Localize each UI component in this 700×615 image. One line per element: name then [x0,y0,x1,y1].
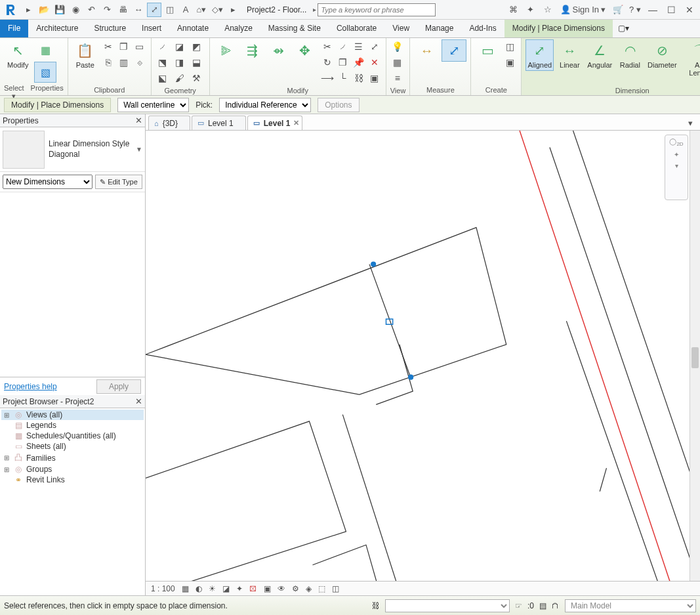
demolish-icon[interactable]: ⚒ [190,71,204,85]
tree-item-schedules[interactable]: ▦Schedules/Quantities (all) [1,431,144,441]
tab-architecture[interactable]: Architecture [28,20,86,37]
edit-type-button[interactable]: ✎Edit Type [95,175,142,189]
diameter-dimension-button[interactable]: ⊘Diameter [646,39,678,71]
analytical-icon[interactable]: ◫ [331,584,340,593]
copy-icon[interactable]: ❐ [117,39,131,54]
tab-file[interactable]: File [0,20,28,37]
type-selector[interactable]: Linear Dimension StyleDiagonal ▼ [0,127,145,172]
apply-button[interactable]: Apply [96,379,141,394]
mirror-button[interactable]: ⇴ [266,39,291,62]
array-icon[interactable]: ☰ [352,39,366,54]
detail-level-icon[interactable]: ▦ [180,584,190,593]
rendering-icon[interactable]: ✦ [235,584,244,593]
qat-redo-icon[interactable]: ↷ [100,3,114,17]
viewcube-2d-icon[interactable]: ◯2D [669,138,683,147]
scale-icon[interactable]: ⤢ [367,39,382,54]
tab-massing[interactable]: Massing & Site [260,20,329,37]
favorites-icon[interactable]: ☆ [541,3,555,17]
copy-clipboard-icon[interactable]: ▥ [117,55,131,70]
search-input[interactable] [318,3,436,16]
keyboard-shortcuts-icon[interactable]: ⌘ [506,3,521,17]
crop-view-icon[interactable]: ⛝ [248,584,258,593]
view-tab-level1-b[interactable]: ▭Level 1✕ [247,116,303,130]
radial-dimension-button[interactable]: ◠Radial [617,39,643,71]
placement-combo[interactable]: Wall centerline [117,98,189,112]
override-icon[interactable]: ▦ [390,55,405,70]
qat-open-file-icon[interactable]: 📂 [37,3,51,17]
expand-icon[interactable]: ⊞ [3,466,10,473]
create-similar-button[interactable]: ▭ [475,39,500,62]
browser-close-icon[interactable]: ✕ [135,396,142,406]
properties-help-link[interactable]: Properties help [4,382,57,391]
qat-home-icon[interactable]: ⌂▾ [194,3,209,17]
workset-icon[interactable]: ⛫ [552,601,560,610]
tab-modify-place-dimensions[interactable]: Modify | Place Dimensions [504,20,613,37]
paint-icon[interactable]: 🖌 [173,71,187,85]
scrollbar-thumb[interactable] [691,347,699,368]
uncut-icon[interactable]: ◨ [173,55,187,70]
tab-annotate[interactable]: Annotate [169,20,216,37]
qat-recent-icon[interactable]: ▸ [226,3,240,17]
qat-text-icon[interactable]: A [178,3,193,17]
arc-length-dimension-button[interactable]: ⌒Arc Length [681,39,700,79]
uncope-icon[interactable]: ⬔ [155,55,170,70]
copy-mod-icon[interactable]: ❐ [336,55,350,70]
properties-button[interactable]: ▧ [34,62,56,83]
tab-insert[interactable]: Insert [134,20,169,37]
tab-close-icon[interactable]: ✕ [293,119,299,127]
join-icon[interactable]: ◩ [190,39,204,54]
canvas-scrollbar-v[interactable] [690,131,700,581]
cope-icon[interactable]: ⟋ [155,39,170,54]
tree-item-groups[interactable]: ⊞◎Groups [1,464,144,475]
pick-combo[interactable]: Individual Reference [219,98,311,112]
dimension-reference-point[interactable] [371,262,376,267]
shadows-icon[interactable]: ◪ [221,584,231,593]
tab-manage[interactable]: Manage [417,20,461,37]
expand-icon[interactable]: ⊞ [3,454,10,461]
viewcube-dropdown-icon[interactable]: ▾ [675,162,678,169]
scale-control[interactable]: 1 : 100 [150,584,176,593]
group-icon[interactable]: ▣ [367,71,382,85]
align-button[interactable]: ⫸ [214,39,239,62]
instance-filter-combo[interactable]: New Dimensions [3,175,93,189]
aligned-dimension-button[interactable]: ⤢Aligned [525,39,554,71]
tab-view[interactable]: View [384,20,417,37]
corner-icon[interactable]: └ [336,71,350,85]
qat-measure-icon[interactable]: ↔ [131,3,146,17]
options-button[interactable]: Options [318,98,359,112]
pin-icon[interactable]: 📌 [352,55,366,70]
type-match-icon[interactable]: ⟐ [133,55,147,70]
qat-dimension-icon[interactable]: ⤢ [147,3,161,17]
community-icon[interactable]: ✦ [524,3,538,17]
tab-collaborate[interactable]: Collaborate [329,20,384,37]
linear-dimension-button[interactable]: ↔Linear [556,39,583,71]
tree-item-legends[interactable]: ▤Legends [1,420,144,431]
tree-item-revit-links[interactable]: ⚭Revit Links [1,475,144,485]
hide-icon[interactable]: 💡 [390,39,405,54]
delete-icon[interactable]: ✕ [367,55,382,70]
paste-aligned-icon[interactable]: ⎘ [101,55,115,70]
angular-dimension-button[interactable]: ∠Angular [585,39,614,71]
match-icon[interactable]: ▭ [133,39,147,54]
type-properties-button[interactable]: ▦ [34,39,56,60]
qat-open-icon[interactable]: ▸ [21,3,35,17]
viewcube-steering-icon[interactable]: ✦ [674,151,679,158]
qat-save-icon[interactable]: 💾 [52,3,67,17]
visual-style-icon[interactable]: ◐ [194,584,203,593]
sun-path-icon[interactable]: ☀ [207,584,217,593]
tree-item-views[interactable]: ⊞◎Views (all) [1,410,144,420]
qat-sync-icon[interactable]: ◉ [68,3,83,17]
modify-tool-button[interactable]: ↖Modify [4,39,31,71]
view-tab-level1-a[interactable]: ▭Level 1 [192,116,246,130]
type-dropdown-icon[interactable]: ▼ [136,146,142,153]
worksharing-icon[interactable]: ⬚ [317,584,327,593]
move-button[interactable]: ✥ [293,39,318,62]
close-button[interactable]: ✕ [682,3,697,17]
design-options-combo[interactable] [385,599,510,612]
tree-item-families[interactable]: ⊞凸Families [1,452,144,464]
tree-item-sheets[interactable]: ▭Sheets (all) [1,441,144,452]
apps-icon[interactable]: 🛒 [611,3,625,17]
unjoin-icon[interactable]: ⬓ [190,55,204,70]
help-icon[interactable]: ? ▾ [628,3,642,17]
tab-addins[interactable]: Add-Ins [461,20,504,37]
